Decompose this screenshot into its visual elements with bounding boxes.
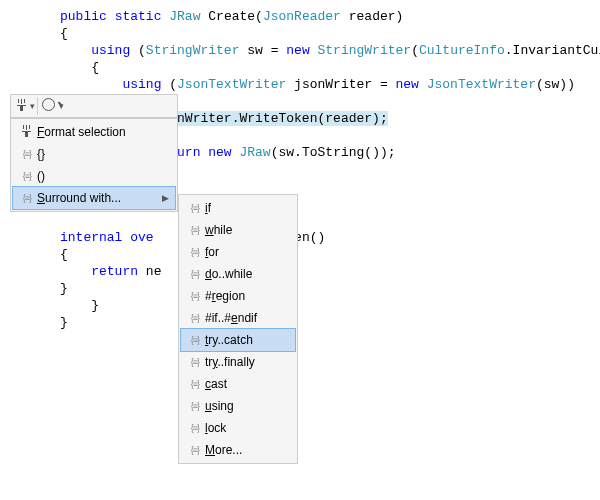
submenu-arrow-icon: ▶: [162, 193, 169, 203]
menu-item-label: try..catch: [205, 333, 289, 347]
template-icon: {≡}: [191, 423, 199, 433]
menu-item-label: cast: [205, 377, 289, 391]
surround-cast[interactable]: {≡}cast: [181, 373, 295, 395]
brush-icon: [22, 125, 32, 139]
template-icon: {≡}: [191, 379, 199, 389]
menu-item-label: try..finally: [205, 355, 289, 369]
template-icon: {≡}: [23, 171, 31, 181]
menu-item-label: Surround with...: [37, 191, 162, 205]
context-menu: Format selection{≡}{}{≡}(){≡}Surround wi…: [10, 118, 178, 212]
menu-item-label: {}: [37, 147, 169, 161]
template-icon: {≡}: [191, 335, 199, 345]
surround-lock[interactable]: {≡}lock: [181, 417, 295, 439]
surround-with[interactable]: {≡}Surround with...▶: [13, 187, 175, 209]
surround-using[interactable]: {≡}using: [181, 395, 295, 417]
menu-item-label: using: [205, 399, 289, 413]
template-icon: {≡}: [191, 313, 199, 323]
menu-item-label: #if..#endif: [205, 311, 289, 325]
surround-if-endif[interactable]: {≡}#if..#endif: [181, 307, 295, 329]
separator: [37, 97, 38, 115]
template-icon: {≡}: [191, 247, 199, 257]
template-icon: {≡}: [191, 203, 199, 213]
menu-item-label: More...: [205, 443, 289, 457]
menu-item-label: if: [205, 201, 289, 215]
menu-item-label: Format selection: [37, 125, 169, 139]
template-icon: {≡}: [23, 149, 31, 159]
template-icon: {≡}: [191, 225, 199, 235]
surround-region[interactable]: {≡}#region: [181, 285, 295, 307]
surround-more[interactable]: {≡}More...: [181, 439, 295, 461]
surround-do-while[interactable]: {≡}do..while: [181, 263, 295, 285]
menu-item-label: do..while: [205, 267, 289, 281]
context-toolbar: ▾ ▾: [10, 94, 178, 118]
brush-icon: [17, 99, 27, 114]
menu-item-label: lock: [205, 421, 289, 435]
template-icon: {≡}: [191, 401, 199, 411]
surround-try-catch[interactable]: {≡}try..catch: [181, 329, 295, 351]
format-selection[interactable]: Format selection: [13, 121, 175, 143]
dropdown-arrow-icon[interactable]: ▾: [30, 101, 35, 111]
insert-parens[interactable]: {≡}(): [13, 165, 175, 187]
template-icon: {≡}: [191, 357, 199, 367]
menu-item-label: (): [37, 169, 169, 183]
template-icon: {≡}: [23, 193, 31, 203]
wrench-icon: [42, 98, 60, 114]
surround-while[interactable]: {≡}while: [181, 219, 295, 241]
menu-item-label: while: [205, 223, 289, 237]
surround-if[interactable]: {≡}if: [181, 197, 295, 219]
template-icon: {≡}: [191, 291, 199, 301]
surround-try-finally[interactable]: {≡}try..finally: [181, 351, 295, 373]
template-icon: {≡}: [191, 269, 199, 279]
insert-braces[interactable]: {≡}{}: [13, 143, 175, 165]
menu-item-label: #region: [205, 289, 289, 303]
surround-with-submenu: {≡}if{≡}while{≡}for{≡}do..while{≡}#regio…: [178, 194, 298, 464]
template-icon: {≡}: [191, 445, 199, 455]
surround-for[interactable]: {≡}for: [181, 241, 295, 263]
menu-item-label: for: [205, 245, 289, 259]
